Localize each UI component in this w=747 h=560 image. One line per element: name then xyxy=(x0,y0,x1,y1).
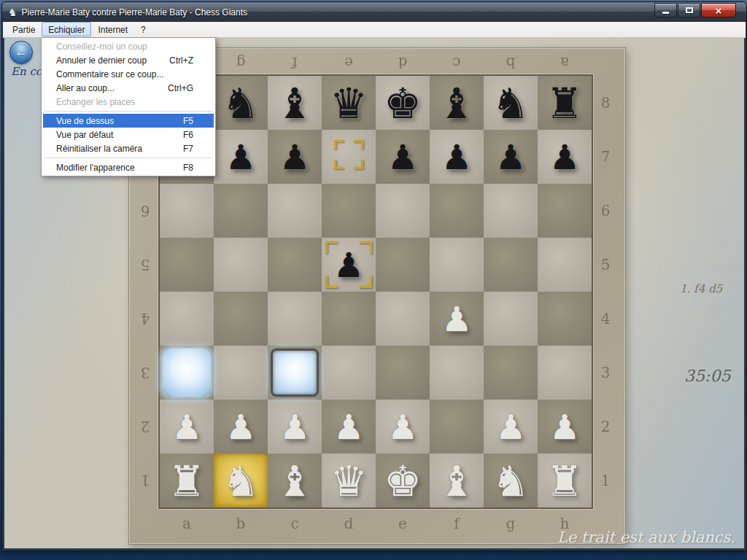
square-d1[interactable]: ♛ xyxy=(322,454,376,508)
square-f7[interactable]: ♟ xyxy=(430,130,484,184)
black-pawn-g7[interactable]: ♟ xyxy=(484,130,538,184)
white-bishop-f1[interactable]: ♝ xyxy=(430,454,484,508)
square-e8[interactable]: ♚ xyxy=(376,76,430,130)
square-h8[interactable]: ♜ xyxy=(538,76,592,130)
square-c4[interactable] xyxy=(268,292,322,346)
square-e1[interactable]: ♚ xyxy=(376,454,430,508)
square-h2[interactable]: ♟ xyxy=(538,400,592,454)
square-f2[interactable] xyxy=(430,400,484,454)
black-knight-b8[interactable]: ♞ xyxy=(214,76,268,130)
title-bar[interactable]: ♞ Pierre-Marie Baty contre Pierre-Marie … xyxy=(2,2,746,22)
menu-item-commentaire-sur-ce-coup[interactable]: Commentaire sur ce coup... xyxy=(43,67,214,81)
black-rook-h8[interactable]: ♜ xyxy=(538,76,592,130)
square-d5[interactable]: ♟ xyxy=(322,238,376,292)
maximize-button[interactable] xyxy=(678,3,700,18)
square-c2[interactable]: ♟ xyxy=(268,400,322,454)
square-h6[interactable] xyxy=(538,184,592,238)
square-h4[interactable] xyxy=(538,292,592,346)
square-b7[interactable]: ♟ xyxy=(214,130,268,184)
menu-echiquier[interactable]: Echiquier xyxy=(42,22,91,36)
white-pawn-h2[interactable]: ♟ xyxy=(538,400,592,454)
square-g7[interactable]: ♟ xyxy=(484,130,538,184)
square-h5[interactable] xyxy=(538,238,592,292)
black-knight-g8[interactable]: ♞ xyxy=(484,76,538,130)
square-b1[interactable]: ♞ xyxy=(214,454,268,508)
black-king-e8[interactable]: ♚ xyxy=(376,76,430,130)
square-c1[interactable]: ♝ xyxy=(268,454,322,508)
square-a1[interactable]: ♜ xyxy=(160,454,214,508)
square-f3[interactable] xyxy=(430,346,484,400)
square-c3[interactable] xyxy=(268,346,322,400)
square-f5[interactable] xyxy=(430,238,484,292)
menu-internet[interactable]: Internet xyxy=(91,22,134,36)
menu-item-aller-au-coup[interactable]: Aller au coup...Ctrl+G xyxy=(43,81,214,95)
square-e4[interactable] xyxy=(376,292,430,346)
square-f8[interactable]: ♝ xyxy=(430,76,484,130)
square-h1[interactable]: ♜ xyxy=(538,454,592,508)
square-a2[interactable]: ♟ xyxy=(160,400,214,454)
menu-item-reinitialiser-la-camera[interactable]: Réinitialiser la caméraF7 xyxy=(43,141,214,155)
white-queen-d1[interactable]: ♛ xyxy=(322,454,376,508)
square-c6[interactable] xyxy=(268,184,322,238)
white-pawn-c2[interactable]: ♟ xyxy=(268,400,322,454)
square-g4[interactable] xyxy=(484,292,538,346)
menu-item-modifier-l-apparence[interactable]: Modifier l'apparenceF8 xyxy=(43,160,214,174)
menu-item-vue-de-dessus[interactable]: Vue de dessusF5 xyxy=(43,114,214,128)
minimize-button[interactable] xyxy=(654,3,677,18)
white-pawn-a2[interactable]: ♟ xyxy=(160,400,214,454)
square-g2[interactable]: ♟ xyxy=(484,400,538,454)
square-d2[interactable]: ♟ xyxy=(322,400,376,454)
square-b5[interactable] xyxy=(214,238,268,292)
square-h7[interactable]: ♟ xyxy=(538,130,592,184)
square-f1[interactable]: ♝ xyxy=(430,454,484,508)
square-b2[interactable]: ♟ xyxy=(214,400,268,454)
menu-item-annuler-le-dernier-coup[interactable]: Annuler le dernier coupCtrl+Z xyxy=(43,53,214,67)
square-g6[interactable] xyxy=(484,184,538,238)
square-c8[interactable]: ♝ xyxy=(268,76,322,130)
square-d7[interactable] xyxy=(322,130,376,184)
square-g3[interactable] xyxy=(484,346,538,400)
square-a3[interactable] xyxy=(160,346,214,400)
square-h3[interactable] xyxy=(538,346,592,400)
square-g5[interactable] xyxy=(484,238,538,292)
menu-partie[interactable]: Partie xyxy=(6,22,42,36)
black-queen-d8[interactable]: ♛ xyxy=(322,76,376,130)
square-b4[interactable] xyxy=(214,292,268,346)
square-e7[interactable]: ♟ xyxy=(376,130,430,184)
white-pawn-e2[interactable]: ♟ xyxy=(376,400,430,454)
square-e3[interactable] xyxy=(376,346,430,400)
white-pawn-d2[interactable]: ♟ xyxy=(322,400,376,454)
white-pawn-g2[interactable]: ♟ xyxy=(484,400,538,454)
white-rook-a1[interactable]: ♜ xyxy=(160,454,214,508)
square-e6[interactable] xyxy=(376,184,430,238)
white-knight-b1[interactable]: ♞ xyxy=(214,454,268,508)
square-d3[interactable] xyxy=(322,346,376,400)
white-pawn-b2[interactable]: ♟ xyxy=(214,400,268,454)
square-b3[interactable] xyxy=(214,346,268,400)
square-a6[interactable] xyxy=(160,184,214,238)
black-bishop-c8[interactable]: ♝ xyxy=(268,76,322,130)
black-pawn-d5[interactable]: ♟ xyxy=(322,238,376,292)
menu-item-echanger-les-places[interactable]: Echanger les places xyxy=(43,95,214,109)
black-pawn-b7[interactable]: ♟ xyxy=(214,130,268,184)
black-pawn-c7[interactable]: ♟ xyxy=(268,130,322,184)
menu-item-conseillez-moi-un-coup[interactable]: Conseillez-moi un coup xyxy=(43,39,214,53)
square-g1[interactable]: ♞ xyxy=(484,454,538,508)
square-d8[interactable]: ♛ xyxy=(322,76,376,130)
square-a4[interactable] xyxy=(160,292,214,346)
menu-item-vue-par-defaut[interactable]: Vue par défautF6 xyxy=(43,128,214,141)
undo-arrow-button[interactable]: ← xyxy=(9,41,33,64)
square-d4[interactable] xyxy=(322,292,376,346)
white-bishop-c1[interactable]: ♝ xyxy=(268,454,322,508)
black-pawn-f7[interactable]: ♟ xyxy=(430,130,484,184)
close-button[interactable] xyxy=(701,3,736,18)
square-a5[interactable] xyxy=(160,238,214,292)
square-g8[interactable]: ♞ xyxy=(484,76,538,130)
square-f6[interactable] xyxy=(430,184,484,238)
square-b8[interactable]: ♞ xyxy=(214,76,268,130)
black-bishop-f8[interactable]: ♝ xyxy=(430,76,484,130)
square-b6[interactable] xyxy=(214,184,268,238)
white-pawn-f4[interactable]: ♟ xyxy=(430,292,484,346)
white-knight-g1[interactable]: ♞ xyxy=(484,454,538,508)
black-pawn-h7[interactable]: ♟ xyxy=(538,130,592,184)
